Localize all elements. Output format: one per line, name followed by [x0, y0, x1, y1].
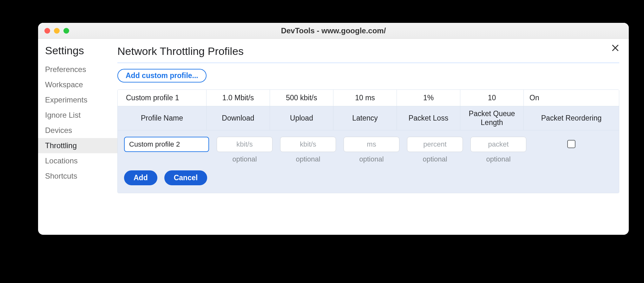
settings-main: Network Throttling Profiles Add custom p… [117, 39, 629, 235]
add-button[interactable]: Add [124, 170, 157, 185]
upload-input[interactable] [280, 137, 336, 152]
cell-packet-queue: 10 [460, 90, 524, 106]
packet-loss-input[interactable] [407, 137, 463, 152]
cell-packet-loss: 1% [397, 90, 460, 106]
cell-latency: 10 ms [333, 90, 397, 106]
col-profile-name: Profile Name [118, 106, 207, 130]
sidebar-item-preferences[interactable]: Preferences [38, 62, 117, 77]
sidebar-item-locations[interactable]: Locations [38, 153, 117, 168]
packet-reordering-checkbox[interactable] [567, 140, 575, 148]
optional-label: optional [359, 155, 384, 163]
sidebar-item-devices[interactable]: Devices [38, 123, 117, 138]
close-settings-icon[interactable] [610, 43, 620, 53]
cell-profile-name: Custom profile 1 [118, 90, 207, 106]
col-upload: Upload [270, 106, 333, 130]
devtools-window: DevTools - www.google.com/ Settings Pref… [38, 23, 629, 235]
optional-label: optional [232, 155, 257, 163]
cell-packet-reorder: On [524, 90, 619, 106]
sidebar-item-workspace[interactable]: Workspace [38, 77, 117, 92]
col-packet-reorder: Packet Reordering [524, 106, 619, 130]
profile-name-input[interactable] [124, 137, 209, 152]
col-latency: Latency [333, 106, 397, 130]
window-titlebar: DevTools - www.google.com/ [38, 23, 629, 39]
cell-download: 1.0 Mbit/s [207, 90, 270, 106]
window-title: DevTools - www.google.com/ [38, 26, 629, 35]
optional-label: optional [423, 155, 447, 163]
add-custom-profile-button[interactable]: Add custom profile... [117, 69, 207, 82]
sidebar-item-throttling[interactable]: Throttling [38, 138, 117, 153]
download-input[interactable] [217, 137, 273, 152]
latency-input[interactable] [344, 137, 399, 152]
sidebar-item-experiments[interactable]: Experiments [38, 92, 117, 108]
table-header: Profile Name Download Upload Latency Pac… [118, 106, 619, 130]
col-packet-loss: Packet Loss [397, 106, 460, 130]
optional-label: optional [486, 155, 510, 163]
col-download: Download [207, 106, 270, 130]
sidebar-title: Settings [38, 44, 117, 62]
profiles-table: Custom profile 1 1.0 Mbit/s 500 kbit/s 1… [117, 89, 619, 193]
cell-upload: 500 kbit/s [270, 90, 333, 106]
cancel-button[interactable]: Cancel [164, 170, 207, 185]
edit-new-profile: optional optional optional optional [118, 130, 619, 193]
sidebar-item-ignore-list[interactable]: Ignore List [38, 108, 117, 123]
table-row[interactable]: Custom profile 1 1.0 Mbit/s 500 kbit/s 1… [118, 90, 619, 106]
col-packet-queue: Packet Queue Length [460, 106, 524, 130]
sidebar-item-shortcuts[interactable]: Shortcuts [38, 168, 117, 184]
settings-sidebar: Settings Preferences Workspace Experimen… [38, 39, 117, 235]
page-title: Network Throttling Profiles [117, 45, 619, 63]
optional-label: optional [296, 155, 320, 163]
packet-queue-input[interactable] [470, 137, 526, 152]
